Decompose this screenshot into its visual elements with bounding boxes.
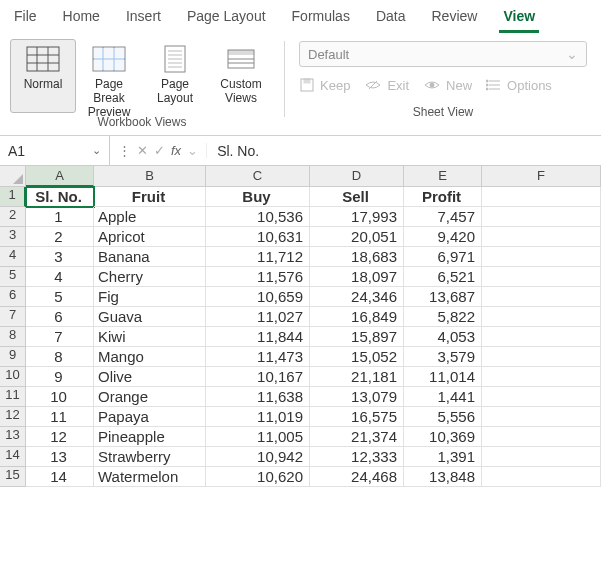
menu-tab-data[interactable]: Data: [372, 4, 410, 33]
exit-button[interactable]: Exit: [364, 77, 409, 93]
cell-A11[interactable]: 10: [26, 387, 94, 407]
cell-C7[interactable]: 11,027: [206, 307, 310, 327]
cell-F12[interactable]: [482, 407, 601, 427]
cell-A9[interactable]: 8: [26, 347, 94, 367]
cell-B4[interactable]: Banana: [94, 247, 206, 267]
cell-B6[interactable]: Fig: [94, 287, 206, 307]
cell-F9[interactable]: [482, 347, 601, 367]
menu-tab-page-layout[interactable]: Page Layout: [183, 4, 270, 33]
cell-B5[interactable]: Cherry: [94, 267, 206, 287]
cell-C4[interactable]: 11,712: [206, 247, 310, 267]
name-box[interactable]: A1 ⌄: [0, 136, 110, 165]
sheet-view-dropdown[interactable]: Default: [299, 41, 587, 67]
row-header-7[interactable]: 7: [0, 307, 26, 327]
cell-A8[interactable]: 7: [26, 327, 94, 347]
row-header-3[interactable]: 3: [0, 227, 26, 247]
cell-D13[interactable]: 21,374: [310, 427, 404, 447]
cell-E12[interactable]: 5,556: [404, 407, 482, 427]
cell-E3[interactable]: 9,420: [404, 227, 482, 247]
cell-E10[interactable]: 11,014: [404, 367, 482, 387]
row-header-15[interactable]: 15: [0, 467, 26, 487]
cell-E13[interactable]: 10,369: [404, 427, 482, 447]
normal-view-button[interactable]: Normal: [10, 39, 76, 113]
cell-F5[interactable]: [482, 267, 601, 287]
column-header-F[interactable]: F: [482, 166, 601, 187]
cell-A10[interactable]: 9: [26, 367, 94, 387]
cell-D10[interactable]: 21,181: [310, 367, 404, 387]
cell-B12[interactable]: Papaya: [94, 407, 206, 427]
cell-F1[interactable]: [482, 187, 601, 207]
cell-F15[interactable]: [482, 467, 601, 487]
accept-icon[interactable]: ✓: [154, 143, 165, 158]
cell-B15[interactable]: Watermelon: [94, 467, 206, 487]
cell-C11[interactable]: 11,638: [206, 387, 310, 407]
cell-C9[interactable]: 11,473: [206, 347, 310, 367]
cell-A5[interactable]: 4: [26, 267, 94, 287]
cell-A15[interactable]: 14: [26, 467, 94, 487]
cell-C13[interactable]: 11,005: [206, 427, 310, 447]
cell-B10[interactable]: Olive: [94, 367, 206, 387]
keep-button[interactable]: Keep: [299, 77, 350, 93]
cell-A4[interactable]: 3: [26, 247, 94, 267]
cell-D6[interactable]: 24,346: [310, 287, 404, 307]
cell-D8[interactable]: 15,897: [310, 327, 404, 347]
row-header-14[interactable]: 14: [0, 447, 26, 467]
cell-B13[interactable]: Pineapple: [94, 427, 206, 447]
page-break-preview-button[interactable]: Page Break Preview: [76, 39, 142, 113]
row-header-6[interactable]: 6: [0, 287, 26, 307]
row-header-4[interactable]: 4: [0, 247, 26, 267]
row-header-12[interactable]: 12: [0, 407, 26, 427]
cell-C15[interactable]: 10,620: [206, 467, 310, 487]
menu-tab-view[interactable]: View: [499, 4, 539, 33]
cell-A7[interactable]: 6: [26, 307, 94, 327]
cell-C5[interactable]: 11,576: [206, 267, 310, 287]
row-header-11[interactable]: 11: [0, 387, 26, 407]
row-header-13[interactable]: 13: [0, 427, 26, 447]
cell-E7[interactable]: 5,822: [404, 307, 482, 327]
page-layout-button[interactable]: Page Layout: [142, 39, 208, 113]
row-header-2[interactable]: 2: [0, 207, 26, 227]
row-header-1[interactable]: 1: [0, 187, 26, 207]
menu-tab-file[interactable]: File: [10, 4, 41, 33]
cell-F6[interactable]: [482, 287, 601, 307]
cell-F8[interactable]: [482, 327, 601, 347]
cell-F7[interactable]: [482, 307, 601, 327]
cell-C1[interactable]: Buy: [206, 187, 310, 207]
cell-E11[interactable]: 1,441: [404, 387, 482, 407]
cell-F14[interactable]: [482, 447, 601, 467]
cell-D1[interactable]: Sell: [310, 187, 404, 207]
cell-F11[interactable]: [482, 387, 601, 407]
select-all-corner[interactable]: [0, 166, 26, 187]
cell-A1[interactable]: Sl. No.: [26, 187, 94, 207]
cell-B7[interactable]: Guava: [94, 307, 206, 327]
new-button[interactable]: New: [423, 77, 472, 93]
cell-B9[interactable]: Mango: [94, 347, 206, 367]
cancel-icon[interactable]: ✕: [137, 143, 148, 158]
cell-A3[interactable]: 2: [26, 227, 94, 247]
cell-C6[interactable]: 10,659: [206, 287, 310, 307]
cell-E14[interactable]: 1,391: [404, 447, 482, 467]
cell-D5[interactable]: 18,097: [310, 267, 404, 287]
cell-D7[interactable]: 16,849: [310, 307, 404, 327]
cell-D12[interactable]: 16,575: [310, 407, 404, 427]
column-header-B[interactable]: B: [94, 166, 206, 187]
cell-D11[interactable]: 13,079: [310, 387, 404, 407]
cell-C12[interactable]: 11,019: [206, 407, 310, 427]
column-header-C[interactable]: C: [206, 166, 310, 187]
row-header-5[interactable]: 5: [0, 267, 26, 287]
spreadsheet-grid[interactable]: ABCDEF1Sl. No.FruitBuySellProfit21Apple1…: [0, 166, 601, 487]
cell-C3[interactable]: 10,631: [206, 227, 310, 247]
cell-A12[interactable]: 11: [26, 407, 94, 427]
cell-E15[interactable]: 13,848: [404, 467, 482, 487]
cell-E9[interactable]: 3,579: [404, 347, 482, 367]
cell-B3[interactable]: Apricot: [94, 227, 206, 247]
options-button[interactable]: Options: [486, 77, 552, 93]
cell-A2[interactable]: 1: [26, 207, 94, 227]
cell-D9[interactable]: 15,052: [310, 347, 404, 367]
cell-A14[interactable]: 13: [26, 447, 94, 467]
custom-views-button[interactable]: Custom Views: [208, 39, 274, 113]
cell-F4[interactable]: [482, 247, 601, 267]
cell-F10[interactable]: [482, 367, 601, 387]
cell-F13[interactable]: [482, 427, 601, 447]
row-header-8[interactable]: 8: [0, 327, 26, 347]
